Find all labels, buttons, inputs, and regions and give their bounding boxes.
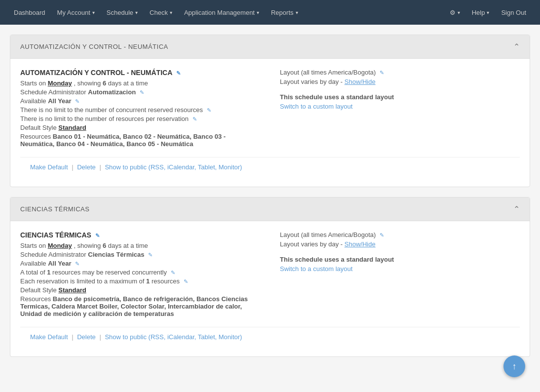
neumatica-show-hide-link[interactable]: Show/Hide [345,78,376,85]
neumatica-make-default[interactable]: Make Default [30,163,68,171]
section-neumatica-header[interactable]: AUTOMATIZACIÓN Y CONTROL - NEUMÁTICA ⌃ [10,35,530,59]
termicas-starts-on: Starts on Monday , showing 6 days at a t… [20,242,260,249]
termicas-make-default[interactable]: Make Default [30,333,68,341]
neumatica-limit2-edit-icon[interactable]: ✎ [193,116,197,122]
section-neumatica-body: AUTOMATIZACIÓN Y CONTROL - NEUMÁTICA ✎ S… [10,59,530,187]
neumatica-resources: Resources Banco 01 - Neumática, Banco 02… [20,133,260,148]
nav-right: ⚙ ▾ Help ▾ Sign Out [444,0,532,25]
nav-dashboard[interactable]: Dashboard [8,0,51,25]
neumatica-schedule-name: AUTOMATIZACIÓN Y CONTROL - NEUMÁTICA ✎ [20,69,260,77]
scroll-to-top-button[interactable]: ↑ [503,355,525,377]
termicas-sep2: | [99,333,101,341]
termicas-resources: Resources Banco de psicometría, Banco de… [20,295,260,317]
nav-schedule-label: Schedule [107,9,133,16]
termicas-style-link[interactable]: Standard [58,286,86,294]
nav-my-account-label: My Account [57,9,90,16]
neumatica-default-style: Default Style Standard [20,124,260,131]
neumatica-action-bar: Make Default | Delete | Show to public (… [20,157,520,177]
nav-schedule[interactable]: Schedule ▾ [101,0,144,25]
nav-help-arrow: ▾ [487,10,489,15]
section-termicas: CIENCIAS TÉRMICAS ⌃ CIENCIAS TÉRMICAS ✎ … [10,197,530,357]
chevron-up-icon: ⌃ [513,42,520,51]
termicas-switch-layout-link[interactable]: Switch to a custom layout [280,265,352,273]
termicas-limit1-edit-icon[interactable]: ✎ [171,270,175,276]
section-neumatica: AUTOMATIZACIÓN Y CONTROL - NEUMÁTICA ⌃ A… [10,35,530,187]
termicas-left: CIENCIAS TÉRMICAS ✎ Starts on Monday , s… [20,231,260,319]
termicas-right: Layout (all times America/Bogota) ✎ Layo… [280,231,520,319]
nav-check[interactable]: Check ▾ [144,0,178,25]
termicas-two-col: CIENCIAS TÉRMICAS ✎ Starts on Monday , s… [20,231,520,319]
termicas-available: Available All Year ✎ [20,260,260,267]
termicas-limit2-bold: 1 [146,277,150,285]
termicas-show-hide-link[interactable]: Show/Hide [345,240,376,248]
termicas-layout-edit-icon[interactable]: ✎ [380,232,384,238]
section-termicas-header[interactable]: CIENCIAS TÉRMICAS ⌃ [10,197,530,221]
nav-my-account-arrow: ▾ [92,10,95,15]
termicas-sep1: | [72,333,73,341]
neumatica-two-col: AUTOMATIZACIÓN Y CONTROL - NEUMÁTICA ✎ S… [20,69,520,149]
neumatica-delete[interactable]: Delete [77,163,96,171]
nav-application-management[interactable]: Application Management ▾ [178,0,265,25]
section-termicas-body: CIENCIAS TÉRMICAS ✎ Starts on Monday , s… [10,221,530,356]
termicas-resources-value: Banco de psicometría, Banco de refrigera… [20,295,248,317]
neumatica-style-link[interactable]: Standard [58,124,86,131]
nav-check-arrow: ▾ [170,10,172,15]
nav-gear-arrow: ▾ [458,10,460,15]
gear-icon: ⚙ [450,9,456,16]
neumatica-layout-edit-icon[interactable]: ✎ [380,70,384,76]
neumatica-admin-edit-icon[interactable]: ✎ [140,89,144,96]
nav-application-management-label: Application Management [184,9,255,16]
termicas-limit2: Each reservation is limited to a maximum… [20,277,260,285]
termicas-day-link[interactable]: Monday [48,242,72,249]
nav-help[interactable]: Help ▾ [466,0,496,25]
neumatica-sep1: | [72,163,73,171]
section-neumatica-title: AUTOMATIZACIÓN Y CONTROL - NEUMÁTICA [20,43,168,50]
neumatica-layout-label: Layout (all times America/Bogota) ✎ [280,69,520,76]
termicas-action-bar: Make Default | Delete | Show to public (… [20,327,520,347]
neumatica-layout-varies: Layout varies by day - Show/Hide [280,78,520,85]
termicas-admin-name: Ciencias Térmicas [88,251,144,258]
navbar: Dashboard My Account ▾ Schedule ▾ Check … [0,0,540,25]
termicas-default-style: Default Style Standard [20,286,260,294]
neumatica-starts-on: Starts on Monday , showing 6 days at a t… [20,79,260,87]
nav-help-label: Help [472,9,485,16]
neumatica-name-edit-icon[interactable]: ✎ [176,70,181,77]
nav-application-management-arrow: ▾ [257,10,259,15]
termicas-admin: Schedule Administrator Ciencias Térmicas… [20,251,260,258]
termicas-limit1: A total of 1 resources may be reserved c… [20,269,260,276]
neumatica-admin: Schedule Administrator Automatizacion ✎ [20,88,260,96]
termicas-admin-edit-icon[interactable]: ✎ [148,252,153,258]
nav-reports-label: Reports [271,9,294,16]
termicas-showing-days: 6 [103,242,106,249]
neumatica-switch-layout-link[interactable]: Switch to a custom layout [280,103,352,110]
chevron-up-icon-2: ⌃ [513,204,520,214]
neumatica-standard-layout: This schedule uses a standard layout [280,93,520,101]
termicas-show-public[interactable]: Show to public (RSS, iCalendar, Tablet, … [105,333,242,341]
termicas-limit1-bold: 1 [47,269,50,276]
termicas-limit2-edit-icon[interactable]: ✎ [184,278,188,285]
nav-check-label: Check [150,9,168,16]
section-termicas-title: CIENCIAS TÉRMICAS [20,205,89,213]
neumatica-day-link[interactable]: Monday [48,79,72,87]
neumatica-limit1-edit-icon[interactable]: ✎ [207,107,211,114]
termicas-layout-label: Layout (all times America/Bogota) ✎ [280,231,520,238]
neumatica-admin-name: Automatizacion [88,88,136,96]
neumatica-right: Layout (all times America/Bogota) ✎ Layo… [280,69,520,149]
termicas-schedule-name: CIENCIAS TÉRMICAS ✎ [20,231,260,239]
termicas-standard-layout: This schedule uses a standard layout [280,256,520,263]
termicas-name-edit-icon[interactable]: ✎ [95,233,100,239]
termicas-available-edit-icon[interactable]: ✎ [75,261,79,267]
nav-reports[interactable]: Reports ▾ [265,0,304,25]
neumatica-available-edit-icon[interactable]: ✎ [75,98,79,105]
neumatica-showing-days: 6 [103,79,106,87]
nav-gear[interactable]: ⚙ ▾ [444,0,466,25]
neumatica-left: AUTOMATIZACIÓN Y CONTROL - NEUMÁTICA ✎ S… [20,69,260,149]
nav-my-account[interactable]: My Account ▾ [51,0,101,25]
neumatica-available-value: All Year [48,97,71,105]
termicas-available-value: All Year [48,260,71,267]
neumatica-show-public[interactable]: Show to public (RSS, iCalendar, Tablet, … [105,163,242,171]
neumatica-limit2: There is no limit to the number of resou… [20,115,260,122]
termicas-delete[interactable]: Delete [77,333,96,341]
neumatica-sep2: | [99,163,101,171]
nav-sign-out[interactable]: Sign Out [495,0,532,25]
